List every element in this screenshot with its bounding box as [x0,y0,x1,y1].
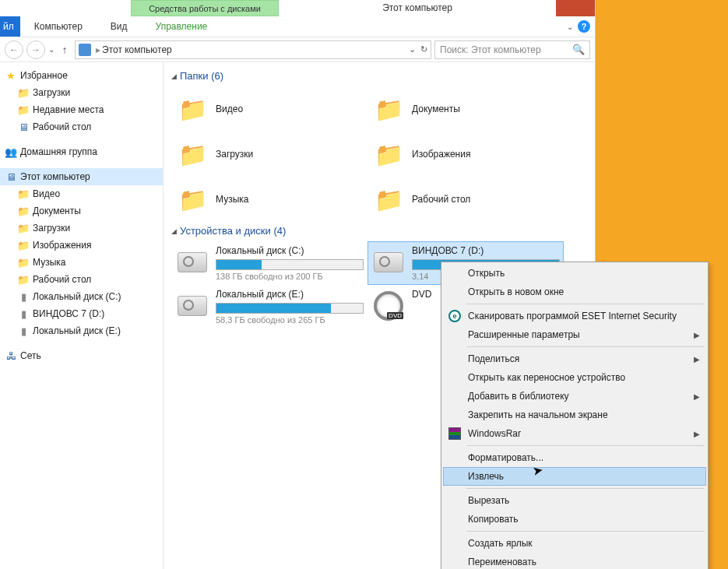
submenu-arrow-icon: ▶ [694,430,700,438]
homegroup-header[interactable]: 👥Домашняя группа [0,143,163,160]
menu-item[interactable]: Вырезать [443,491,706,510]
drives-section-header[interactable]: ◢Устройства и диски (4) [171,225,587,237]
forward-button[interactable]: → [26,40,45,59]
folder-icon: 📁 [17,256,30,269]
menu-separator [466,346,705,347]
folder-label: Загрузки [216,149,253,160]
drive-tile[interactable]: Локальный диск (E:)58,3 ГБ свободно из 2… [171,285,368,328]
submenu-arrow-icon: ▶ [694,392,700,401]
folder-icon: 📁 [17,104,30,116]
folder-icon: 📁 [17,188,30,200]
computer-tab[interactable]: Компьютер [20,16,97,37]
menu-item[interactable]: Переименовать [443,553,706,569]
menu-separator [466,304,705,304]
drive-tile[interactable]: Локальный диск (C:)138 ГБ свободно из 20… [171,241,368,285]
menu-item-label: Переименовать [468,557,536,567]
contextual-tab-label: Средства работы с дисками [131,0,279,16]
folder-icon: 📁 [17,86,30,99]
menu-item[interactable]: Закрепить на начальном экране [443,406,706,424]
favorites-header[interactable]: ★Избранное [0,67,163,84]
menu-separator [466,531,705,532]
menu-item[interactable]: Форматировать... [443,448,706,467]
capacity-bar [216,259,364,270]
drive-icon [178,296,207,316]
ribbon-tabs: йл Компьютер Вид Управление ⌄ ? [0,16,595,37]
sidebar-item-desktop[interactable]: 🖥Рабочий стол [0,118,163,135]
dropdown-icon[interactable]: ⌄ [409,44,416,54]
folder-icon: 📁 [175,92,209,126]
history-dropdown-icon[interactable]: ⌄ [48,45,55,54]
menu-item[interactable]: Копировать [443,510,706,529]
folder-icon: 📁 [17,239,30,251]
sidebar-item-pictures[interactable]: 📁Изображения [0,237,163,254]
menu-item[interactable]: Открыть [443,264,706,283]
drive-icon: ▮ [17,325,30,337]
menu-item[interactable]: Открыть как переносное устройство [443,368,706,387]
chevron-right-icon: ▸ [96,44,100,55]
menu-item-label: Открыть [468,268,505,279]
help-icon[interactable]: ? [578,20,590,33]
collapse-icon: ◢ [171,72,177,80]
this-pc-header[interactable]: 🖥Этот компьютер [0,168,163,185]
folders-section-header[interactable]: ◢Папки (6) [171,70,587,82]
sidebar-item-desktop2[interactable]: 📁Рабочий стол [0,271,163,288]
folder-tile[interactable]: 📁Изображения [368,132,564,177]
expand-ribbon-icon[interactable]: ⌄ [567,23,573,31]
collapse-icon: ◢ [171,227,177,235]
sidebar-item-video[interactable]: 📁Видео [0,185,163,202]
eset-icon: e [448,309,462,323]
sidebar-item-drive-c[interactable]: ▮Локальный диск (C:) [0,288,163,305]
homegroup-icon: 👥 [5,146,17,158]
folder-label: Рабочий стол [412,194,470,205]
sidebar-item-recent[interactable]: 📁Недавние места [0,101,163,118]
folder-icon: 📁 [17,222,30,234]
window-title: Этот компьютер [279,0,556,16]
dvd-icon: DVD [374,291,403,321]
sidebar-item-downloads2[interactable]: 📁Загрузки [0,220,163,237]
menu-item[interactable]: Расширенные параметры▶ [443,325,706,344]
sidebar-item-drive-d[interactable]: ▮ВИНДОВС 7 (D:) [0,305,163,322]
menu-item-label: Открыть в новом окне [468,286,564,297]
drive-free-text: 138 ГБ свободно из 200 ГБ [216,272,364,281]
menu-item[interactable]: Открыть в новом окне [443,283,706,301]
manage-tab[interactable]: Управление [142,16,222,37]
breadcrumb[interactable]: ▸ Этот компьютер ⌄ ↻ [75,40,431,59]
menu-item[interactable]: eСканировать программой ESET Internet Se… [443,307,706,325]
menu-item[interactable]: Добавить в библиотеку▶ [443,387,706,406]
navigation-pane: ★Избранное 📁Загрузки 📁Недавние места 🖥Ра… [0,62,164,569]
sidebar-item-documents[interactable]: 📁Документы [0,202,163,220]
network-header[interactable]: 🖧Сеть [0,347,163,364]
folder-tile[interactable]: 📁Музыка [171,177,368,222]
search-input[interactable]: Поиск: Этот компьютер 🔍 [434,40,590,59]
menu-item-label: Извлечь [468,471,504,482]
back-button[interactable]: ← [5,40,23,59]
folder-icon: 📁 [175,137,209,171]
sidebar-item-drive-e[interactable]: ▮Локальный диск (E:) [0,322,163,339]
context-menu: ОткрытьОткрыть в новом окнеeСканировать … [441,262,709,569]
sidebar-item-music[interactable]: 📁Музыка [0,254,163,271]
folder-icon: 📁 [371,182,406,216]
folder-label: Музыка [216,194,248,205]
capacity-bar [216,303,364,314]
menu-item[interactable]: Извлечь [443,467,706,486]
up-button[interactable]: ↑ [58,43,72,57]
refresh-icon[interactable]: ↻ [420,44,427,54]
folder-tile[interactable]: 📁Рабочий стол [368,177,564,222]
folder-icon: 📁 [175,182,209,216]
menu-item[interactable]: WindowsRar▶ [443,424,706,443]
folder-tile[interactable]: 📁Документы [368,86,564,132]
submenu-arrow-icon: ▶ [694,331,700,339]
sidebar-item-downloads[interactable]: 📁Загрузки [0,84,163,101]
folder-tile[interactable]: 📁Загрузки [171,132,368,177]
search-icon: 🔍 [572,44,585,55]
folder-tile[interactable]: 📁Видео [171,86,368,132]
menu-item[interactable]: Создать ярлык [443,534,706,553]
menu-item[interactable]: Поделиться▶ [443,349,706,368]
menu-item-label: Форматировать... [468,452,543,463]
view-tab[interactable]: Вид [97,16,142,37]
folder-label: Изображения [412,149,470,160]
title-bar: Средства работы с дисками Этот компьютер [0,0,595,16]
close-button[interactable] [556,0,595,16]
drive-name: Локальный диск (E:) [216,289,364,300]
file-tab[interactable]: йл [0,16,20,37]
